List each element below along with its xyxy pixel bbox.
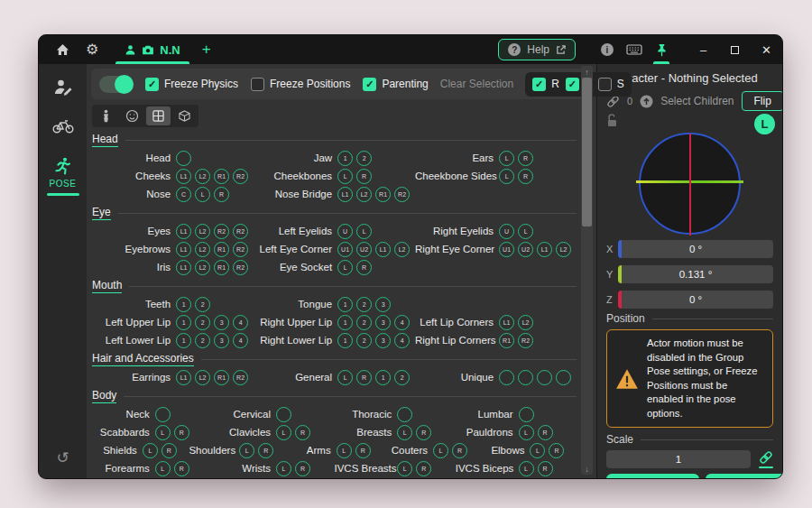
sidebar-item-actor[interactable]	[53, 79, 73, 96]
bone-circle[interactable]: L1	[176, 169, 191, 184]
bone-circle[interactable]	[176, 151, 191, 166]
bone-circle[interactable]: U	[337, 224, 353, 239]
bone-circle[interactable]: 1	[375, 370, 391, 385]
bone-circle[interactable]: 1	[337, 151, 353, 166]
bone-circle[interactable]: L	[397, 461, 412, 476]
bone-circle[interactable]: 4	[394, 315, 410, 330]
bone-circle[interactable]: R	[174, 425, 189, 440]
bone-circle[interactable]: 2	[356, 315, 372, 330]
bone-circle[interactable]: R	[452, 443, 467, 458]
maximize-button[interactable]	[719, 35, 751, 64]
bone-circle[interactable]: R	[161, 443, 177, 458]
bone-circle[interactable]: L1	[176, 242, 191, 257]
bone-circle[interactable]: L	[499, 151, 514, 166]
bone-circle[interactable]: 2	[356, 297, 372, 312]
bone-circle[interactable]: U1	[337, 242, 353, 257]
bone-circle[interactable]: L2	[356, 187, 372, 202]
checkbox-freeze-physics[interactable]: ✓Freeze Physics	[145, 78, 238, 91]
bone-circle[interactable]	[397, 407, 412, 422]
scroll-down-arrow[interactable]: ↓	[581, 463, 593, 475]
tab-matrix-view[interactable]	[146, 106, 171, 125]
bone-circle[interactable]: 1	[176, 333, 191, 348]
bone-circle[interactable]: L	[397, 425, 412, 440]
bone-circle[interactable]: 2	[195, 315, 210, 330]
clear-selection-button[interactable]: Clear Selection	[440, 78, 513, 90]
bone-circle[interactable]: R1	[214, 370, 229, 385]
bone-circle[interactable]: L2	[556, 242, 571, 257]
bone-circle[interactable]: R	[295, 425, 310, 440]
bone-circle[interactable]: L1	[176, 260, 191, 275]
bone-circle[interactable]: U2	[356, 242, 372, 257]
bone-circle[interactable]: L	[337, 260, 353, 275]
bone-circle[interactable]: R2	[394, 187, 410, 202]
bone-circle[interactable]: L2	[195, 169, 210, 184]
bone-circle[interactable]: 3	[375, 315, 391, 330]
overlay-toggle[interactable]	[99, 76, 134, 93]
bone-circle[interactable]: R	[214, 187, 229, 202]
bone-circle[interactable]: R2	[233, 224, 248, 239]
bone-circle[interactable]: L	[239, 443, 254, 458]
bone-circle[interactable]: R	[295, 461, 310, 476]
bone-circle[interactable]: U2	[518, 242, 533, 257]
bone-circle[interactable]: L1	[537, 242, 552, 257]
bone-circle[interactable]: R2	[518, 333, 533, 348]
bone-circle[interactable]: L	[195, 187, 210, 202]
tab-face-view[interactable]	[120, 106, 144, 125]
bone-circle[interactable]: R1	[214, 260, 229, 275]
bone-circle[interactable]: L	[276, 425, 291, 440]
add-actor-button[interactable]: +	[191, 35, 222, 64]
bone-circle[interactable]: L1	[499, 315, 514, 330]
bone-circle[interactable]	[155, 407, 171, 422]
bone-circle[interactable]: L	[356, 224, 372, 239]
bone-circle[interactable]: L	[155, 461, 171, 476]
bone-circle[interactable]	[518, 370, 533, 385]
bone-circle[interactable]: 1	[337, 333, 353, 348]
minimize-button[interactable]: –	[687, 35, 719, 64]
bone-circle[interactable]: U1	[499, 242, 514, 257]
bone-circle[interactable]: L	[155, 425, 171, 440]
bone-circle[interactable]	[276, 407, 291, 422]
bone-circle[interactable]: R	[518, 169, 533, 184]
bone-circle[interactable]: L2	[195, 260, 210, 275]
checkbox-freeze-positions[interactable]: Freeze Positions	[251, 78, 350, 91]
lock-toggle[interactable]	[606, 114, 618, 127]
bone-circle[interactable]: R	[356, 260, 372, 275]
help-button[interactable]: ? Help	[498, 39, 576, 60]
scrollbar-thumb[interactable]	[582, 78, 592, 226]
bone-circle[interactable]: 3	[214, 315, 229, 330]
bone-circle[interactable]: R	[258, 443, 273, 458]
link-toggle[interactable]	[606, 95, 620, 108]
bone-circle[interactable]: R1	[214, 242, 229, 257]
bone-circle[interactable]: L1	[375, 242, 391, 257]
bone-circle[interactable]: R	[416, 425, 431, 440]
bone-circle[interactable]: 2	[356, 333, 372, 348]
bone-circle[interactable]	[537, 370, 552, 385]
bone-circle[interactable]: 2	[195, 333, 210, 348]
rotation-y-slider[interactable]: 0.131 °	[618, 265, 773, 283]
scale-link-toggle[interactable]	[759, 450, 773, 468]
bone-circle[interactable]	[499, 370, 514, 385]
bone-circle[interactable]: L	[433, 443, 448, 458]
bone-circle[interactable]: R2	[214, 224, 229, 239]
bone-circle[interactable]: 2	[195, 297, 210, 312]
bone-circle[interactable]: R2	[233, 169, 248, 184]
bone-circle[interactable]: 3	[375, 333, 391, 348]
rotation-gizmo[interactable]	[639, 133, 741, 235]
bone-circle[interactable]: R	[538, 425, 553, 440]
bone-circle[interactable]: 1	[337, 297, 353, 312]
select-parent-button[interactable]	[640, 95, 653, 108]
bone-circle[interactable]: L1	[176, 224, 191, 239]
bone-circle[interactable]: 4	[394, 333, 410, 348]
bone-circle[interactable]: R	[518, 151, 533, 166]
select-children-button[interactable]: Select Children	[660, 95, 734, 107]
bone-circle[interactable]: L	[518, 224, 533, 239]
tab-world-view[interactable]	[172, 106, 197, 125]
bone-circle[interactable]: R1	[375, 187, 391, 202]
bone-circle[interactable]: L2	[518, 315, 533, 330]
bone-circle[interactable]: U	[499, 224, 514, 239]
bone-circle[interactable]: R	[174, 461, 189, 476]
bone-circle[interactable]: R1	[214, 169, 229, 184]
bone-circle[interactable]: L	[499, 169, 514, 184]
bone-circle[interactable]: R	[549, 443, 564, 458]
bone-circle[interactable]: 1	[337, 315, 353, 330]
